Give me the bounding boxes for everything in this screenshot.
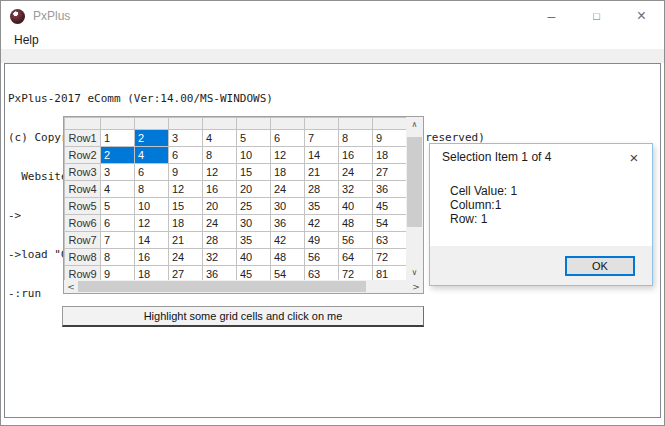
grid-cell[interactable]: 16 <box>339 147 373 164</box>
grid-cell[interactable]: 64 <box>339 249 373 266</box>
menu-item-help[interactable]: Help <box>10 32 43 48</box>
scroll-left-icon[interactable]: < <box>64 280 78 293</box>
grid-cell[interactable]: 3 <box>169 130 203 147</box>
dialog-close-icon[interactable]: × <box>625 148 643 166</box>
scroll-down-icon[interactable]: ∨ <box>406 265 423 280</box>
grid-cell[interactable]: 8 <box>101 249 135 266</box>
grid-cell[interactable]: 14 <box>135 232 169 249</box>
grid-cell[interactable]: 7 <box>101 232 135 249</box>
grid-vertical-scrollbar[interactable]: ∧ ∨ <box>406 117 423 280</box>
grid-col-header[interactable] <box>373 118 407 130</box>
grid-cell[interactable]: 7 <box>305 130 339 147</box>
grid-cell[interactable]: 9 <box>373 130 407 147</box>
grid-cell[interactable]: 5 <box>237 130 271 147</box>
grid-cell[interactable]: 10 <box>237 147 271 164</box>
grid-cell[interactable]: 56 <box>305 249 339 266</box>
grid-cell[interactable]: 30 <box>271 198 305 215</box>
grid-row-header[interactable]: Row5 <box>65 198 101 215</box>
grid-cell[interactable]: 45 <box>373 198 407 215</box>
horizontal-scroll-thumb[interactable] <box>78 281 366 292</box>
grid-cell[interactable]: 28 <box>305 181 339 198</box>
grid-row-header[interactable]: Row2 <box>65 147 101 164</box>
grid-cell[interactable]: 56 <box>339 232 373 249</box>
grid-cell[interactable]: 36 <box>271 215 305 232</box>
grid-cell[interactable]: 2 <box>101 147 135 164</box>
grid-cell[interactable]: 36 <box>373 181 407 198</box>
grid-cell[interactable]: 6 <box>101 215 135 232</box>
grid-cell[interactable]: 14 <box>305 147 339 164</box>
grid-cell[interactable]: 9 <box>169 164 203 181</box>
grid-cell[interactable]: 48 <box>271 249 305 266</box>
grid-cell[interactable]: 42 <box>271 232 305 249</box>
grid-cell[interactable]: 16 <box>203 181 237 198</box>
grid-cell[interactable]: 4 <box>203 130 237 147</box>
grid-col-header[interactable] <box>135 118 169 130</box>
grid-cell[interactable]: 12 <box>169 181 203 198</box>
grid-col-header[interactable] <box>339 118 373 130</box>
grid-col-header[interactable] <box>101 118 135 130</box>
grid-cell[interactable]: 72 <box>373 249 407 266</box>
grid-cell[interactable]: 8 <box>203 147 237 164</box>
grid-col-header[interactable] <box>237 118 271 130</box>
close-button[interactable]: × <box>619 1 664 31</box>
ok-button[interactable]: OK <box>565 256 635 276</box>
grid-row-header[interactable]: Row7 <box>65 232 101 249</box>
grid-corner-header[interactable] <box>65 118 101 130</box>
dialog-titlebar[interactable]: Selection Item 1 of 4 × <box>430 144 652 170</box>
grid-cell[interactable]: 16 <box>135 249 169 266</box>
grid-cell[interactable]: 24 <box>203 215 237 232</box>
grid-cell[interactable]: 40 <box>339 198 373 215</box>
grid-horizontal-scrollbar[interactable]: < > <box>64 280 423 293</box>
grid-row-header[interactable]: Row1 <box>65 130 101 147</box>
grid-cell[interactable]: 32 <box>339 181 373 198</box>
grid-col-header[interactable] <box>305 118 339 130</box>
grid-cell[interactable]: 12 <box>135 215 169 232</box>
grid-cell[interactable]: 40 <box>237 249 271 266</box>
grid-cell[interactable]: 20 <box>203 198 237 215</box>
grid-col-header[interactable] <box>203 118 237 130</box>
grid-cell[interactable]: 12 <box>271 147 305 164</box>
grid-cell[interactable]: 15 <box>237 164 271 181</box>
grid-cell[interactable]: 4 <box>135 147 169 164</box>
grid-cell[interactable]: 27 <box>373 164 407 181</box>
grid-row-header[interactable]: Row4 <box>65 181 101 198</box>
grid-cell[interactable]: 8 <box>135 181 169 198</box>
grid-cell[interactable]: 4 <box>101 181 135 198</box>
titlebar[interactable]: PxPlus – □ × <box>1 1 664 31</box>
grid-cell[interactable]: 12 <box>203 164 237 181</box>
grid-cell[interactable]: 24 <box>169 249 203 266</box>
grid-cell[interactable]: 15 <box>169 198 203 215</box>
maximize-button[interactable]: □ <box>574 1 619 31</box>
grid-cell[interactable]: 49 <box>305 232 339 249</box>
grid-row-header[interactable]: Row8 <box>65 249 101 266</box>
grid-cell[interactable]: 20 <box>237 181 271 198</box>
grid-cell[interactable]: 63 <box>373 232 407 249</box>
minimize-button[interactable]: – <box>529 1 574 31</box>
grid-cell[interactable]: 42 <box>305 215 339 232</box>
vertical-scroll-thumb[interactable] <box>407 137 422 227</box>
grid-cell[interactable]: 32 <box>203 249 237 266</box>
grid-cell[interactable]: 10 <box>135 198 169 215</box>
grid-cell[interactable]: 21 <box>169 232 203 249</box>
grid-cell[interactable]: 18 <box>169 215 203 232</box>
grid-row-header[interactable]: Row6 <box>65 215 101 232</box>
grid-cell[interactable]: 28 <box>203 232 237 249</box>
grid-cell[interactable]: 2 <box>135 130 169 147</box>
grid-cell[interactable]: 3 <box>101 164 135 181</box>
grid-cell[interactable]: 1 <box>101 130 135 147</box>
grid-cell[interactable]: 35 <box>305 198 339 215</box>
grid-cell[interactable]: 5 <box>101 198 135 215</box>
grid-cell[interactable]: 18 <box>373 147 407 164</box>
highlight-grid-button[interactable]: Highlight some grid cells and click on m… <box>62 306 424 327</box>
grid-cell[interactable]: 21 <box>305 164 339 181</box>
grid-cell[interactable]: 48 <box>339 215 373 232</box>
grid-cell[interactable]: 18 <box>271 164 305 181</box>
grid-cell[interactable]: 8 <box>339 130 373 147</box>
grid-col-header[interactable] <box>169 118 203 130</box>
grid-cell[interactable]: 24 <box>271 181 305 198</box>
scroll-right-icon[interactable]: > <box>409 280 423 293</box>
grid-cell[interactable]: 24 <box>339 164 373 181</box>
scroll-up-icon[interactable]: ∧ <box>406 117 423 132</box>
grid-row-header[interactable]: Row3 <box>65 164 101 181</box>
grid-cell[interactable]: 6 <box>169 147 203 164</box>
